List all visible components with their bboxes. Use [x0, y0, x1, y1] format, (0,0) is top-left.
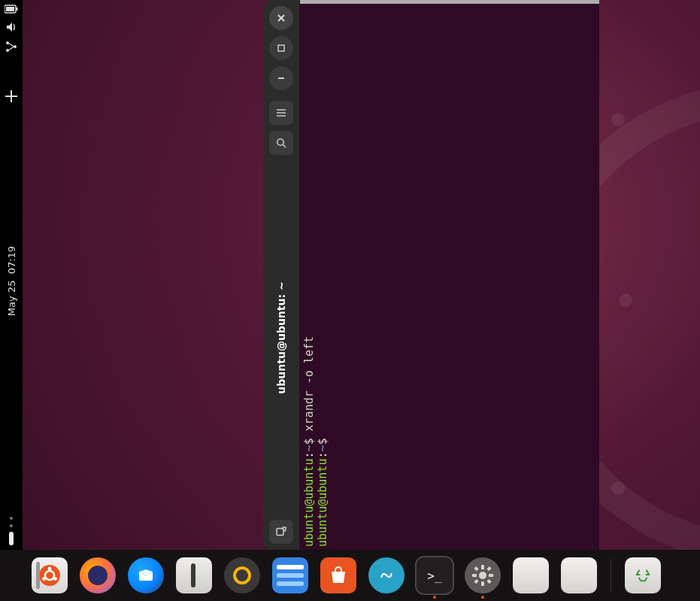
network-icon[interactable] — [5, 41, 17, 53]
minimize-button[interactable] — [269, 66, 293, 90]
svg-point-16 — [479, 572, 486, 579]
svg-point-3 — [6, 41, 9, 44]
terminal-line: ubuntu@ubuntu:~$ xrandr -o left — [303, 336, 316, 547]
ubuntu-logo-icon — [38, 564, 61, 587]
dock-item-removable-disk[interactable] — [561, 557, 597, 593]
svg-rect-2 — [17, 8, 18, 11]
battery-icon[interactable] — [5, 5, 18, 14]
shopping-bag-icon — [327, 564, 350, 587]
dock-item-rhythmbox[interactable] — [224, 557, 260, 593]
terminal-scrollbar[interactable] — [300, 0, 599, 4]
gnome-top-bar: May 25 07:19 — [0, 0, 23, 550]
terminal-body[interactable]: ubuntu@ubuntu:~$ xrandr -o left ubuntu@u… — [300, 0, 599, 550]
dock-item-removable-disk[interactable] — [513, 557, 549, 593]
dock-item-thunderbird[interactable] — [128, 557, 164, 593]
svg-rect-20 — [489, 574, 493, 577]
svg-point-4 — [14, 45, 17, 48]
thunderbird-icon — [137, 566, 155, 584]
volume-icon[interactable] — [5, 21, 17, 33]
svg-rect-22 — [486, 579, 491, 584]
gear-icon — [471, 563, 495, 587]
dock-item-terminal[interactable] — [417, 557, 453, 593]
dock-item-trash[interactable] — [625, 557, 661, 593]
maximize-button[interactable] — [269, 36, 293, 60]
svg-rect-21 — [474, 566, 478, 571]
terminal-line: ubuntu@ubuntu:~$ — [317, 336, 329, 547]
date-label: May 25 — [6, 280, 17, 316]
svg-rect-18 — [481, 581, 484, 586]
time-label: 07:19 — [6, 245, 17, 273]
terminal-headerbar: ubuntu@ubuntu: ~ — [263, 0, 300, 550]
hamburger-menu-button[interactable] — [269, 101, 293, 125]
clock[interactable]: May 25 07:19 — [6, 245, 17, 315]
firefox-icon — [88, 566, 108, 585]
dock-item-firefox[interactable] — [80, 557, 116, 593]
svg-point-9 — [277, 139, 283, 145]
svg-rect-1 — [6, 7, 14, 11]
dock-separator — [611, 559, 611, 592]
activities-button[interactable] — [0, 517, 23, 545]
svg-rect-23 — [486, 566, 491, 571]
svg-rect-19 — [472, 574, 477, 577]
new-tab-button[interactable] — [269, 520, 293, 544]
dock-item-ubuntu-software[interactable] — [320, 557, 356, 593]
search-button[interactable] — [269, 131, 293, 155]
svg-point-14 — [42, 577, 46, 581]
svg-rect-17 — [481, 565, 484, 569]
svg-point-5 — [6, 49, 9, 52]
svg-rect-7 — [5, 96, 17, 97]
terminal-output: ubuntu@ubuntu:~$ xrandr -o left ubuntu@u… — [303, 336, 329, 547]
svg-point-15 — [53, 577, 57, 581]
input-source-icon[interactable] — [5, 90, 17, 102]
dock-item-install-ubuntu[interactable] — [32, 557, 68, 593]
dock: ~ — [0, 550, 700, 601]
dock-item-help[interactable]: ~ — [368, 557, 405, 593]
dock-item-settings[interactable] — [465, 557, 501, 593]
svg-point-13 — [48, 567, 52, 571]
dock-item-files[interactable] — [176, 557, 212, 593]
svg-rect-24 — [474, 579, 478, 584]
dock-item-todo[interactable] — [272, 557, 308, 593]
terminal-window: ubuntu@ubuntu: ~ ubuntu@ubuntu:~$ xrandr… — [263, 0, 599, 550]
recycle-icon — [635, 567, 651, 584]
svg-rect-8 — [278, 45, 284, 51]
close-button[interactable] — [269, 6, 293, 30]
